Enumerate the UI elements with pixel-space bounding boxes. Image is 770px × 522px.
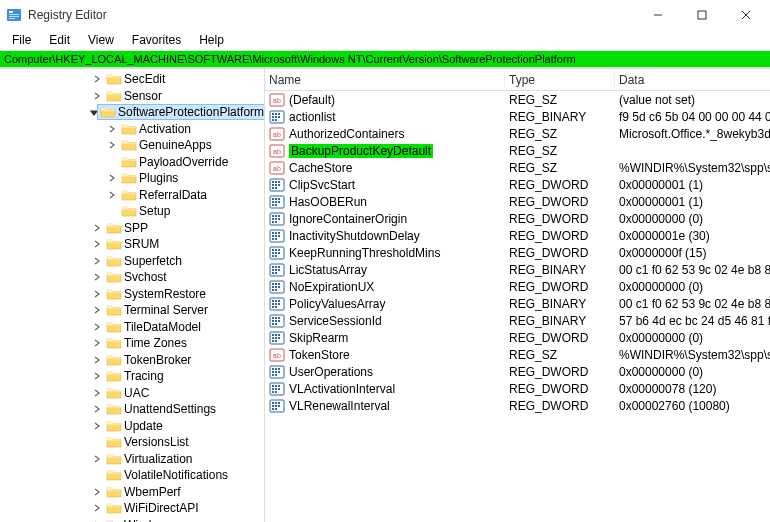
tree-node[interactable]: WbemPerf [0, 484, 264, 501]
menu-help[interactable]: Help [191, 31, 232, 49]
chevron-icon[interactable] [90, 224, 104, 232]
svg-rect-67 [275, 252, 277, 254]
chevron-icon[interactable] [90, 92, 104, 100]
maximize-button[interactable] [680, 0, 724, 30]
tree-node[interactable]: UAC [0, 385, 264, 402]
chevron-icon[interactable] [105, 125, 119, 133]
value-row[interactable]: ab(Default)REG_SZ(value not set) [265, 91, 770, 108]
value-row[interactable]: actionlistREG_BINARYf9 5d c6 5b 04 00 00… [265, 108, 770, 125]
tree-node[interactable]: Plugins [0, 170, 264, 187]
chevron-icon[interactable] [90, 455, 104, 463]
svg-rect-52 [275, 221, 277, 223]
menu-edit[interactable]: Edit [41, 31, 78, 49]
tree-node[interactable]: WiFiDirectAPI [0, 500, 264, 517]
tree-node[interactable]: GenuineApps [0, 137, 264, 154]
minimize-button[interactable] [636, 0, 680, 30]
value-data: 57 b6 4d ec bc 24 d5 46 81 f4 [615, 314, 770, 328]
tree-node[interactable]: Svchost [0, 269, 264, 286]
tree-node[interactable]: VolatileNotifications [0, 467, 264, 484]
tree-panel[interactable]: SecEditSensorSoftwareProtectionPlatformA… [0, 69, 265, 522]
chevron-icon[interactable] [90, 290, 104, 298]
header-name[interactable]: Name [265, 73, 505, 87]
chevron-icon[interactable] [90, 422, 104, 430]
value-type: REG_BINARY [505, 314, 615, 328]
chevron-icon[interactable] [105, 174, 119, 182]
tree-node[interactable]: SystemRestore [0, 286, 264, 303]
tree-node[interactable]: UnattendSettings [0, 401, 264, 418]
header-type[interactable]: Type [505, 73, 615, 87]
folder-icon [121, 122, 137, 136]
tree-node[interactable]: ReferralData [0, 187, 264, 204]
chevron-icon[interactable] [90, 240, 104, 248]
tree-node[interactable]: SPP [0, 220, 264, 237]
tree-node[interactable]: Sensor [0, 88, 264, 105]
tree-node[interactable]: SoftwareProtectionPlatform [0, 104, 264, 121]
svg-rect-112 [275, 337, 277, 339]
folder-icon [106, 518, 122, 522]
tree-node[interactable]: TileDataModel [0, 319, 264, 336]
menu-file[interactable]: File [4, 31, 39, 49]
chevron-icon[interactable] [90, 257, 104, 265]
chevron-icon[interactable] [90, 389, 104, 397]
close-button[interactable] [724, 0, 768, 30]
chevron-icon[interactable] [90, 108, 98, 116]
values-panel[interactable]: Name Type Data ab(Default)REG_SZ(value n… [265, 69, 770, 522]
value-row[interactable]: LicStatusArrayREG_BINARY00 c1 f0 62 53 9… [265, 261, 770, 278]
menu-view[interactable]: View [80, 31, 122, 49]
tree-node[interactable]: SecEdit [0, 71, 264, 88]
value-row[interactable]: SkipRearmREG_DWORD0x00000000 (0) [265, 329, 770, 346]
svg-rect-100 [275, 317, 277, 319]
value-type: REG_DWORD [505, 178, 615, 192]
binary-value-icon [269, 178, 285, 192]
chevron-icon[interactable] [105, 191, 119, 199]
value-row[interactable]: abCacheStoreREG_SZ%WINDIR%\System32\spp\… [265, 159, 770, 176]
value-row[interactable]: abAuthorizedContainersREG_SZMicrosoft.Of… [265, 125, 770, 142]
tree-label: Virtualization [124, 452, 192, 466]
value-row[interactable]: UserOperationsREG_DWORD0x00000000 (0) [265, 363, 770, 380]
tree-node[interactable]: Virtualization [0, 451, 264, 468]
tree-node[interactable]: Windows [0, 517, 264, 523]
tree-node[interactable]: Time Zones [0, 335, 264, 352]
tree-node[interactable]: Superfetch [0, 253, 264, 270]
chevron-icon[interactable] [90, 504, 104, 512]
value-row[interactable]: abTokenStoreREG_SZ%WINDIR%\System32\spp\… [265, 346, 770, 363]
tree-node[interactable]: PayloadOverride [0, 154, 264, 171]
tree-node[interactable]: Activation [0, 121, 264, 138]
chevron-icon[interactable] [90, 339, 104, 347]
address-bar[interactable]: Computer\HKEY_LOCAL_MACHINE\SOFTWARE\Mic… [0, 50, 770, 68]
chevron-icon[interactable] [90, 372, 104, 380]
svg-rect-31 [275, 184, 277, 186]
value-row[interactable]: PolicyValuesArrayREG_BINARY00 c1 f0 62 5… [265, 295, 770, 312]
value-row[interactable]: IgnoreContainerOriginREG_DWORD0x00000000… [265, 210, 770, 227]
value-row[interactable]: VLActivationIntervalREG_DWORD0x00000078 … [265, 380, 770, 397]
chevron-icon[interactable] [90, 488, 104, 496]
svg-rect-140 [272, 405, 274, 407]
svg-rect-102 [272, 320, 274, 322]
tree-node[interactable]: Setup [0, 203, 264, 220]
header-data[interactable]: Data [615, 73, 770, 87]
svg-rect-139 [278, 402, 280, 404]
tree-node[interactable]: Tracing [0, 368, 264, 385]
value-row[interactable]: HasOOBERunREG_DWORD0x00000001 (1) [265, 193, 770, 210]
value-row[interactable]: ServiceSessionIdREG_BINARY57 b6 4d ec bc… [265, 312, 770, 329]
menu-favorites[interactable]: Favorites [124, 31, 189, 49]
tree-node[interactable]: VersionsList [0, 434, 264, 451]
tree-node[interactable]: Terminal Server [0, 302, 264, 319]
tree-node[interactable]: TokenBroker [0, 352, 264, 369]
value-row[interactable]: KeepRunningThresholdMinsREG_DWORD0x00000… [265, 244, 770, 261]
value-row[interactable]: abBackupProductKeyDefaultREG_SZ [265, 142, 770, 159]
binary-value-icon [269, 382, 285, 396]
value-row[interactable]: VLRenewalIntervalREG_DWORD0x00002760 (10… [265, 397, 770, 414]
value-row[interactable]: NoExpirationUXREG_DWORD0x00000000 (0) [265, 278, 770, 295]
value-row[interactable]: InactivityShutdownDelayREG_DWORD0x000000… [265, 227, 770, 244]
chevron-icon[interactable] [105, 141, 119, 149]
chevron-icon[interactable] [90, 273, 104, 281]
value-row[interactable]: ClipSvcStartREG_DWORD0x00000001 (1) [265, 176, 770, 193]
chevron-icon[interactable] [90, 75, 104, 83]
chevron-icon[interactable] [90, 306, 104, 314]
tree-node[interactable]: SRUM [0, 236, 264, 253]
chevron-icon[interactable] [90, 405, 104, 413]
chevron-icon[interactable] [90, 356, 104, 364]
tree-node[interactable]: Update [0, 418, 264, 435]
chevron-icon[interactable] [90, 323, 104, 331]
